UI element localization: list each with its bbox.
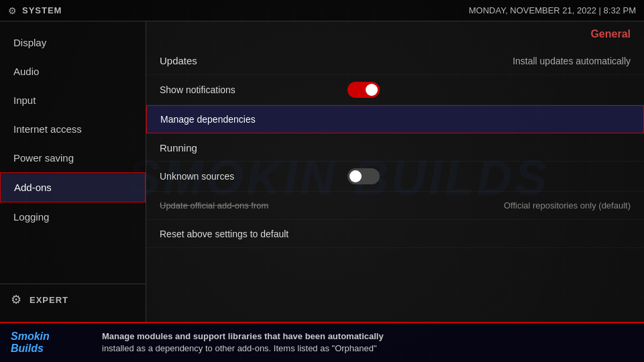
- top-bar: ⚙ SYSTEM MONDAY, NOVEMBER 21, 2022 | 8:3…: [0, 0, 644, 21]
- sidebar-bottom: ⚙ EXPERT: [0, 284, 146, 315]
- sidebar-item-add-ons[interactable]: Add-ons: [0, 172, 146, 202]
- expert-label: EXPERT: [30, 295, 68, 305]
- system-icon: ⚙: [8, 5, 17, 16]
- sidebar-item-display[interactable]: Display: [0, 28, 146, 57]
- gear-icon[interactable]: ⚙: [11, 292, 21, 307]
- unknown-sources-toggle[interactable]: [347, 168, 380, 184]
- setting-row-running[interactable]: Running: [146, 133, 644, 162]
- show-notifications-toggle[interactable]: [347, 82, 380, 98]
- content-panel: General Updates Install updates automati…: [146, 21, 644, 322]
- setting-row-unknown-sources[interactable]: Unknown sources: [146, 162, 644, 192]
- content-header-title: General: [590, 28, 631, 40]
- setting-row-reset-settings[interactable]: Reset above settings to default: [146, 220, 644, 248]
- setting-row-updates[interactable]: Updates Install updates automatically: [146, 47, 644, 75]
- sidebar-item-input[interactable]: Input: [0, 86, 146, 115]
- update-official-value: Official repositories only (default): [347, 200, 631, 210]
- bottom-description: Manage modules and support libraries tha…: [102, 330, 384, 355]
- install-updates-value: Install updates automatically: [347, 56, 631, 66]
- reset-settings-label: Reset above settings to default: [160, 229, 347, 239]
- settings-list: Updates Install updates automatically Sh…: [146, 47, 644, 322]
- sidebar-item-power-saving[interactable]: Power saving: [0, 143, 146, 172]
- running-label: Running: [160, 142, 347, 154]
- bottom-description-line2: installed as a dependency to other add-o…: [102, 343, 384, 355]
- sidebar-item-audio[interactable]: Audio: [0, 57, 146, 86]
- bottom-description-line1: Manage modules and support libraries tha…: [102, 330, 384, 343]
- system-title: SYSTEM: [22, 5, 62, 15]
- show-notifications-label: Show notifications: [160, 84, 347, 95]
- update-official-label: Update official add-ons from: [160, 200, 347, 210]
- manage-dependencies-label: Manage dependencies: [160, 114, 348, 125]
- setting-row-manage-dependencies[interactable]: Manage dependencies: [146, 105, 644, 133]
- setting-row-show-notifications[interactable]: Show notifications: [146, 75, 644, 105]
- logo-smokin: Smokin: [11, 330, 50, 342]
- unknown-sources-label: Unknown sources: [160, 171, 347, 182]
- updates-label: Updates: [160, 55, 347, 66]
- logo-builds: Builds: [11, 343, 44, 354]
- sidebar-item-internet-access[interactable]: Internet access: [0, 115, 146, 143]
- main-container: Display Audio Input Internet access Powe…: [0, 21, 644, 322]
- sidebar: Display Audio Input Internet access Powe…: [0, 21, 146, 322]
- bottom-bar: Smokin Builds Manage modules and support…: [0, 322, 644, 362]
- setting-row-update-official[interactable]: Update official add-ons from Official re…: [146, 192, 644, 220]
- content-header: General: [146, 21, 644, 47]
- datetime: MONDAY, NOVEMBER 21, 2022 | 8:32 PM: [469, 5, 636, 15]
- sidebar-item-logging[interactable]: Logging: [0, 202, 146, 231]
- top-bar-left: ⚙ SYSTEM: [8, 5, 62, 16]
- bottom-logo: Smokin Builds: [11, 329, 91, 356]
